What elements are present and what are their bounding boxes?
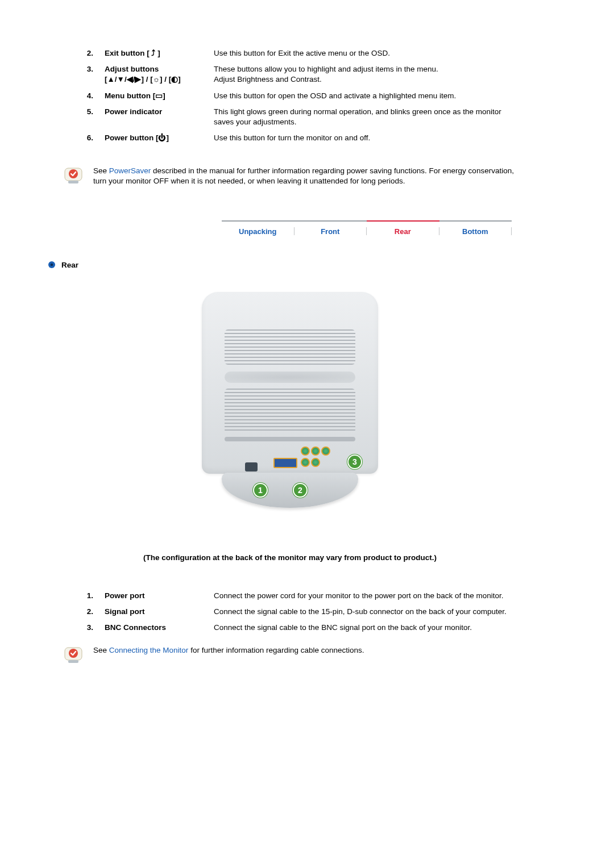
tip-icon: [64, 645, 83, 665]
note-text-post: described in the manual for further info…: [93, 166, 514, 185]
tab-unpacking[interactable]: Unpacking: [222, 225, 294, 238]
front-item-term: Adjust buttons[▲/▼/◀/▶] / [☼] / [◐]: [101, 61, 210, 87]
rear-item-description: Connect the signal cable to the 15-pin, …: [210, 604, 517, 620]
signal-port-graphic: [264, 450, 344, 473]
bullet-icon: [48, 261, 56, 269]
note-text-pre: See: [93, 166, 109, 175]
tab-bottom[interactable]: Bottom: [439, 225, 512, 238]
svg-point-1: [69, 169, 78, 178]
svg-point-4: [51, 264, 53, 266]
power-port-graphic: [245, 462, 258, 471]
front-item-description: Use this button for turn the monitor on …: [210, 130, 517, 146]
front-controls-table: 2.Exit button [ ⤴ ]Use this button for E…: [63, 45, 517, 147]
front-item-term: Power indicator: [101, 104, 210, 130]
front-item-description: This light glows green during normal ope…: [210, 104, 517, 130]
rear-item-number: 1.: [63, 588, 101, 604]
front-item-row: 6.Power button [⏻]Use this button for tu…: [63, 130, 517, 146]
front-item-description: Use this button for Exit the active menu…: [210, 45, 517, 61]
rear-item-row: 1.Power portConnect the power cord for y…: [63, 588, 517, 604]
front-item-description: Use this button for open the OSD and act…: [210, 88, 517, 104]
front-item-term: Power button [⏻]: [101, 130, 210, 146]
front-item-number: 2.: [63, 45, 101, 61]
note2-text-post: for further information regarding cable …: [188, 646, 364, 654]
front-item-row: 5.Power indicatorThis light glows green …: [63, 104, 517, 130]
rear-item-number: 2.: [63, 604, 101, 620]
rear-item-description: Connect the signal cable to the BNC sign…: [210, 620, 517, 636]
powersaver-note: See PowerSaver described in the manual f…: [63, 166, 517, 186]
front-item-description: These buttons allow you to highlight and…: [210, 61, 517, 87]
svg-rect-7: [68, 660, 78, 663]
tab-rear[interactable]: Rear: [367, 225, 439, 238]
svg-rect-2: [68, 181, 78, 183]
rear-item-term: Signal port: [101, 604, 210, 620]
connecting-note: See Connecting the Monitor for further i…: [63, 645, 517, 665]
front-item-row: 4.Menu button [▭]Use this button for ope…: [63, 88, 517, 104]
front-item-term: Menu button [▭]: [101, 88, 210, 104]
rear-view-figure: 1 2 3: [63, 292, 517, 519]
powersaver-link[interactable]: PowerSaver: [109, 166, 151, 175]
front-item-number: 6.: [63, 130, 101, 146]
front-item-number: 4.: [63, 88, 101, 104]
section-title: Rear: [61, 261, 78, 269]
tip-icon: [64, 166, 83, 185]
rear-ports-table: 1.Power portConnect the power cord for y…: [63, 588, 517, 636]
section-tabs: UnpackingFrontRearBottom: [222, 220, 512, 238]
rear-item-number: 3.: [63, 620, 101, 636]
section-heading-rear: Rear: [48, 261, 517, 269]
rear-item-term: BNC Connectors: [101, 620, 210, 636]
front-item-number: 3.: [63, 61, 101, 87]
connecting-link[interactable]: Connecting the Monitor: [109, 646, 189, 654]
rear-item-description: Connect the power cord for your monitor …: [210, 588, 517, 604]
front-item-row: 3.Adjust buttons[▲/▼/◀/▶] / [☼] / [◐]The…: [63, 61, 517, 87]
figure-note: (The configuration at the back of the mo…: [63, 553, 517, 562]
front-item-number: 5.: [63, 104, 101, 130]
front-item-term: Exit button [ ⤴ ]: [101, 45, 210, 61]
note2-text-pre: See: [93, 646, 109, 654]
rear-item-row: 3.BNC ConnectorsConnect the signal cable…: [63, 620, 517, 636]
callout-1: 1: [253, 483, 268, 498]
tab-front[interactable]: Front: [294, 225, 367, 238]
front-item-row: 2.Exit button [ ⤴ ]Use this button for E…: [63, 45, 517, 61]
rear-item-term: Power port: [101, 588, 210, 604]
callout-2: 2: [293, 483, 308, 498]
svg-point-6: [69, 649, 78, 658]
rear-item-row: 2.Signal portConnect the signal cable to…: [63, 604, 517, 620]
callout-3: 3: [347, 454, 362, 469]
